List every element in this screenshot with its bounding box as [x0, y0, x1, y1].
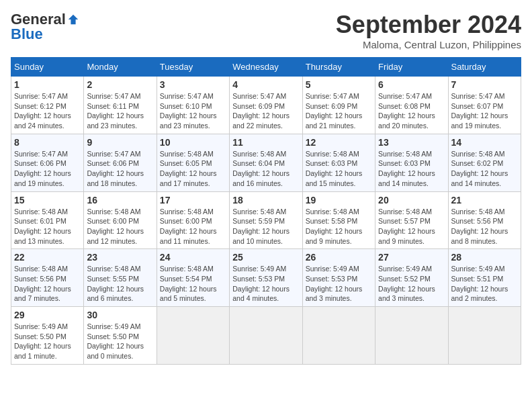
calendar-cell: 16 Sunrise: 5:48 AM Sunset: 6:00 PM Dayl…: [84, 191, 157, 249]
day-number: 2: [87, 79, 153, 90]
calendar-cell: 20 Sunrise: 5:48 AM Sunset: 5:57 PM Dayl…: [375, 191, 448, 249]
day-number: 20: [378, 195, 445, 205]
location: Maloma, Central Luzon, Philippines: [336, 39, 521, 50]
day-info: Sunrise: 5:49 AM Sunset: 5:52 PM Dayligh…: [378, 264, 445, 304]
calendar-cell: [157, 307, 229, 365]
calendar-cell: 1 Sunrise: 5:47 AM Sunset: 6:12 PM Dayli…: [11, 77, 84, 134]
day-info: Sunrise: 5:48 AM Sunset: 6:02 PM Dayligh…: [451, 149, 518, 189]
calendar-cell: 4 Sunrise: 5:47 AM Sunset: 6:09 PM Dayli…: [230, 77, 302, 134]
day-number: 13: [378, 137, 445, 148]
day-number: 9: [87, 137, 153, 148]
day-info: Sunrise: 5:48 AM Sunset: 5:56 PM Dayligh…: [14, 264, 81, 304]
day-info: Sunrise: 5:49 AM Sunset: 5:51 PM Dayligh…: [451, 264, 518, 304]
logo: General Blue: [11, 11, 79, 43]
week-row-1: 1 Sunrise: 5:47 AM Sunset: 6:12 PM Dayli…: [11, 77, 521, 134]
day-info: Sunrise: 5:48 AM Sunset: 5:55 PM Dayligh…: [87, 264, 153, 304]
day-number: 23: [87, 252, 153, 263]
title-section: September 2024 Maloma, Central Luzon, Ph…: [336, 11, 521, 50]
day-number: 6: [378, 79, 445, 90]
week-row-3: 15 Sunrise: 5:48 AM Sunset: 6:01 PM Dayl…: [11, 191, 521, 249]
day-info: Sunrise: 5:47 AM Sunset: 6:11 PM Dayligh…: [87, 91, 153, 131]
calendar-cell: 21 Sunrise: 5:48 AM Sunset: 5:56 PM Dayl…: [448, 191, 521, 249]
day-info: Sunrise: 5:48 AM Sunset: 6:00 PM Dayligh…: [160, 207, 226, 246]
day-number: 4: [232, 79, 299, 90]
calendar-cell: [448, 307, 521, 365]
weekday-header-wednesday: Wednesday: [230, 58, 302, 77]
day-info: Sunrise: 5:48 AM Sunset: 6:00 PM Dayligh…: [87, 207, 153, 246]
calendar-cell: 11 Sunrise: 5:48 AM Sunset: 6:04 PM Dayl…: [230, 134, 302, 191]
svg-marker-0: [69, 15, 78, 24]
calendar-cell: 29 Sunrise: 5:49 AM Sunset: 5:50 PM Dayl…: [11, 307, 84, 365]
day-info: Sunrise: 5:47 AM Sunset: 6:09 PM Dayligh…: [306, 91, 372, 131]
calendar-cell: 19 Sunrise: 5:48 AM Sunset: 5:58 PM Dayl…: [302, 191, 375, 249]
month-title: September 2024: [336, 11, 521, 39]
week-row-4: 22 Sunrise: 5:48 AM Sunset: 5:56 PM Dayl…: [11, 249, 521, 307]
calendar-cell: 18 Sunrise: 5:48 AM Sunset: 5:59 PM Dayl…: [230, 191, 302, 249]
day-number: 16: [87, 195, 153, 205]
weekday-header-thursday: Thursday: [302, 58, 375, 77]
day-number: 30: [87, 310, 153, 320]
day-number: 5: [306, 79, 372, 90]
day-info: Sunrise: 5:49 AM Sunset: 5:53 PM Dayligh…: [306, 264, 372, 304]
calendar-cell: 10 Sunrise: 5:48 AM Sunset: 6:05 PM Dayl…: [157, 134, 229, 191]
day-number: 3: [160, 79, 226, 90]
day-info: Sunrise: 5:48 AM Sunset: 6:05 PM Dayligh…: [160, 149, 226, 189]
day-number: 29: [14, 310, 81, 320]
calendar-cell: 23 Sunrise: 5:48 AM Sunset: 5:55 PM Dayl…: [84, 249, 157, 307]
day-number: 21: [451, 195, 518, 205]
day-info: Sunrise: 5:47 AM Sunset: 6:10 PM Dayligh…: [160, 91, 226, 131]
calendar-cell: 15 Sunrise: 5:48 AM Sunset: 6:01 PM Dayl…: [11, 191, 84, 249]
day-info: Sunrise: 5:48 AM Sunset: 6:01 PM Dayligh…: [14, 207, 81, 246]
calendar-cell: 8 Sunrise: 5:47 AM Sunset: 6:06 PM Dayli…: [11, 134, 84, 191]
day-number: 12: [306, 137, 372, 148]
calendar-cell: 12 Sunrise: 5:48 AM Sunset: 6:03 PM Dayl…: [302, 134, 375, 191]
calendar-cell: 17 Sunrise: 5:48 AM Sunset: 6:00 PM Dayl…: [157, 191, 229, 249]
calendar-cell: 7 Sunrise: 5:47 AM Sunset: 6:07 PM Dayli…: [448, 77, 521, 134]
day-number: 8: [14, 137, 81, 148]
weekday-header-sunday: Sunday: [11, 58, 84, 77]
logo-blue: Blue: [11, 26, 43, 43]
day-info: Sunrise: 5:47 AM Sunset: 6:06 PM Dayligh…: [87, 149, 153, 189]
calendar-cell: 22 Sunrise: 5:48 AM Sunset: 5:56 PM Dayl…: [11, 249, 84, 307]
logo-icon: [67, 13, 79, 26]
calendar-cell: 9 Sunrise: 5:47 AM Sunset: 6:06 PM Dayli…: [84, 134, 157, 191]
day-number: 22: [14, 252, 81, 263]
weekday-header-monday: Monday: [84, 58, 157, 77]
day-number: 17: [160, 195, 226, 205]
day-info: Sunrise: 5:48 AM Sunset: 6:03 PM Dayligh…: [306, 149, 372, 189]
day-info: Sunrise: 5:47 AM Sunset: 6:07 PM Dayligh…: [451, 91, 518, 131]
day-info: Sunrise: 5:48 AM Sunset: 5:56 PM Dayligh…: [451, 207, 518, 246]
day-number: 1: [14, 79, 81, 90]
calendar-cell: 27 Sunrise: 5:49 AM Sunset: 5:52 PM Dayl…: [375, 249, 448, 307]
calendar-cell: 25 Sunrise: 5:49 AM Sunset: 5:53 PM Dayl…: [230, 249, 302, 307]
calendar-cell: 30 Sunrise: 5:49 AM Sunset: 5:50 PM Dayl…: [84, 307, 157, 365]
weekday-header-row: SundayMondayTuesdayWednesdayThursdayFrid…: [11, 58, 521, 77]
day-number: 14: [451, 137, 518, 148]
calendar-table: SundayMondayTuesdayWednesdayThursdayFrid…: [11, 57, 521, 365]
calendar-cell: 5 Sunrise: 5:47 AM Sunset: 6:09 PM Dayli…: [302, 77, 375, 134]
day-info: Sunrise: 5:48 AM Sunset: 5:54 PM Dayligh…: [160, 264, 226, 304]
week-row-2: 8 Sunrise: 5:47 AM Sunset: 6:06 PM Dayli…: [11, 134, 521, 191]
weekday-header-friday: Friday: [375, 58, 448, 77]
day-number: 15: [14, 195, 81, 205]
day-info: Sunrise: 5:48 AM Sunset: 5:58 PM Dayligh…: [306, 207, 372, 246]
day-number: 25: [232, 252, 299, 263]
day-info: Sunrise: 5:48 AM Sunset: 5:57 PM Dayligh…: [378, 207, 445, 246]
weekday-header-saturday: Saturday: [448, 58, 521, 77]
day-info: Sunrise: 5:48 AM Sunset: 6:03 PM Dayligh…: [378, 149, 445, 189]
day-number: 24: [160, 252, 226, 263]
calendar-cell: 26 Sunrise: 5:49 AM Sunset: 5:53 PM Dayl…: [302, 249, 375, 307]
day-info: Sunrise: 5:47 AM Sunset: 6:08 PM Dayligh…: [378, 91, 445, 131]
day-number: 10: [160, 137, 226, 148]
day-info: Sunrise: 5:48 AM Sunset: 6:04 PM Dayligh…: [232, 149, 299, 189]
calendar-cell: 2 Sunrise: 5:47 AM Sunset: 6:11 PM Dayli…: [84, 77, 157, 134]
day-info: Sunrise: 5:47 AM Sunset: 6:06 PM Dayligh…: [14, 149, 81, 189]
day-number: 27: [378, 252, 445, 263]
day-info: Sunrise: 5:49 AM Sunset: 5:50 PM Dayligh…: [87, 322, 153, 361]
calendar-cell: 3 Sunrise: 5:47 AM Sunset: 6:10 PM Dayli…: [157, 77, 229, 134]
day-number: 26: [306, 252, 372, 263]
day-info: Sunrise: 5:49 AM Sunset: 5:53 PM Dayligh…: [232, 264, 299, 304]
calendar-cell: [302, 307, 375, 365]
calendar-cell: [375, 307, 448, 365]
day-info: Sunrise: 5:48 AM Sunset: 5:59 PM Dayligh…: [232, 207, 299, 246]
